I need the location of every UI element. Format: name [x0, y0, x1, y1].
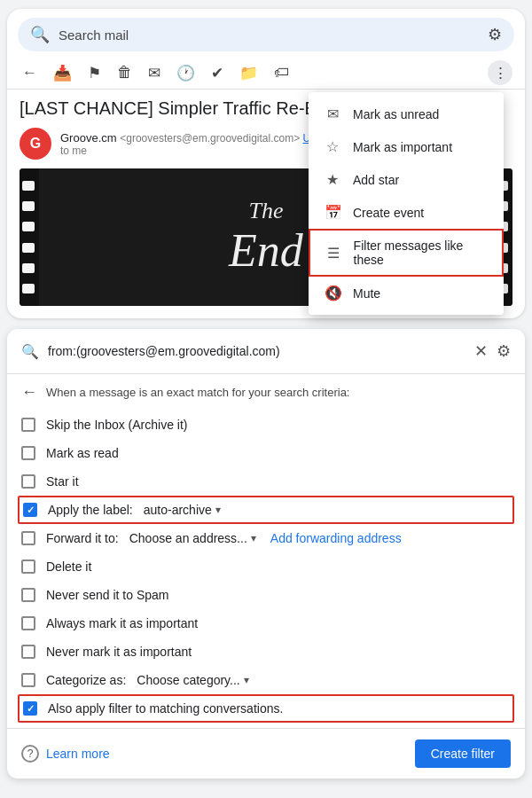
label-star-it: Star it: [46, 474, 79, 489]
filter-icon: ☰: [326, 245, 341, 262]
option-categorize: Categorize as: Choose category... ▾: [21, 666, 511, 694]
category-dropdown-arrow: ▾: [244, 674, 249, 686]
filter-footer: ? Learn more Create filter: [7, 728, 525, 778]
label-select-value: auto-archive: [144, 503, 212, 517]
filter-tune-icon[interactable]: ⚙: [497, 341, 511, 361]
checkbox-mark-read[interactable]: [21, 446, 35, 460]
checkbox-categorize[interactable]: [21, 673, 35, 687]
checkbox-delete-it[interactable]: [21, 559, 35, 574]
folder-icon[interactable]: 📁: [237, 61, 261, 85]
label-icon[interactable]: 🏷: [271, 61, 292, 84]
label-also-apply: Also apply filter to matching conversati…: [48, 701, 283, 716]
filter-close-icon[interactable]: ✕: [474, 341, 488, 361]
checkbox-star-it[interactable]: [21, 474, 35, 489]
label-dropdown-arrow: ▾: [215, 504, 221, 516]
checkbox-apply-label[interactable]: [23, 503, 37, 517]
option-star-it: Star it: [21, 467, 511, 496]
label-categorize: Categorize as:: [46, 673, 126, 687]
calendar-icon: 📅: [325, 204, 340, 221]
label-never-spam: Never send it to Spam: [46, 588, 169, 602]
archive-icon[interactable]: 📥: [51, 61, 74, 85]
label-skip-inbox: Skip the Inbox (Archive it): [46, 418, 188, 432]
option-skip-inbox: Skip the Inbox (Archive it): [21, 411, 511, 439]
filter-options-list: Skip the Inbox (Archive it) Mark as read…: [7, 411, 525, 723]
avatar: G: [20, 128, 51, 160]
email-toolbar: ← 📥 ⚑ 🗑 ✉ 🕐 ✔ 📁 🏷 ⋮ ✉ Mark as unread ☆ M…: [7, 57, 525, 90]
check-icon[interactable]: ✔: [208, 61, 226, 85]
menu-item-add-star[interactable]: ★ Add star: [309, 163, 504, 196]
option-apply-label: Apply the label: auto-archive ▾: [18, 496, 514, 524]
menu-item-create-event[interactable]: 📅 Create event: [309, 196, 504, 229]
checkbox-never-spam[interactable]: [21, 588, 35, 602]
option-never-spam: Never send it to Spam: [21, 581, 511, 609]
checkbox-never-important[interactable]: [21, 645, 35, 659]
filter-query-text: from:(groovesters@em.groovedigital.com): [48, 344, 466, 358]
more-options-button[interactable]: ⋮ ✉ Mark as unread ☆ Mark as important ★…: [488, 60, 512, 85]
label-never-important: Never mark it as important: [46, 645, 192, 659]
criteria-label: When a message is an exact match for you…: [46, 386, 349, 399]
option-also-apply: Also apply filter to matching conversati…: [18, 694, 514, 723]
filter-search-icon: 🔍: [21, 343, 39, 360]
important-icon: ☆: [325, 138, 340, 155]
label-select-dropdown[interactable]: auto-archive ▾: [144, 503, 221, 517]
film-line1: The: [229, 198, 303, 224]
option-delete-it: Delete it: [21, 552, 511, 581]
menu-item-filter-messages[interactable]: ☰ Filter messages like these: [309, 229, 504, 277]
forward-dropdown-arrow: ▾: [251, 532, 256, 544]
mute-icon: 🔇: [325, 285, 340, 301]
create-filter-button[interactable]: Create filter: [415, 739, 511, 768]
email-icon[interactable]: ✉: [145, 61, 163, 85]
label-always-important: Always mark it as important: [46, 616, 198, 630]
forward-address-select[interactable]: Choose an address... ▾: [129, 531, 256, 545]
learn-more-wrap: ? Learn more: [21, 745, 110, 763]
more-icon: ⋮: [493, 64, 508, 82]
email-panel: 🔍 Search mail ⚙ ← 📥 ⚑ 🗑 ✉ 🕐 ✔ 📁 🏷 ⋮ ✉ Ma…: [7, 9, 525, 318]
learn-more-link[interactable]: Learn more: [46, 747, 110, 761]
option-forward-to: Forward it to: Choose an address... ▾ Ad…: [21, 524, 511, 552]
menu-item-mark-unread[interactable]: ✉ Mark as unread: [309, 98, 504, 130]
unread-icon: ✉: [325, 106, 340, 122]
sender-email: <groovesters@em.groovedigital.com>: [120, 132, 302, 145]
forward-placeholder: Choose an address...: [129, 531, 247, 545]
category-select[interactable]: Choose category... ▾: [137, 673, 248, 687]
search-label: Search mail: [59, 27, 479, 43]
filter-search-bar: 🔍 from:(groovesters@em.groovedigital.com…: [7, 329, 525, 374]
film-strip-left: [20, 168, 39, 306]
label-apply-label: Apply the label:: [48, 503, 133, 517]
label-mark-read: Mark as read: [46, 446, 119, 460]
back-row: ← When a message is an exact match for y…: [7, 374, 525, 411]
clock-icon[interactable]: 🕐: [174, 61, 198, 85]
label-forward-to: Forward it to:: [46, 531, 119, 545]
film-line2: End: [229, 224, 303, 277]
film-title: The End: [229, 198, 303, 277]
filter-dialog: 🔍 from:(groovesters@em.groovedigital.com…: [7, 329, 525, 778]
report-icon[interactable]: ⚑: [85, 61, 104, 85]
option-never-important: Never mark it as important: [21, 638, 511, 666]
back-arrow-icon[interactable]: ←: [21, 383, 37, 402]
delete-icon[interactable]: 🗑: [114, 61, 135, 84]
tune-icon[interactable]: ⚙: [488, 25, 502, 44]
checkbox-forward-to[interactable]: [21, 531, 35, 545]
search-bar[interactable]: 🔍 Search mail ⚙: [18, 18, 514, 51]
option-mark-read: Mark as read: [21, 439, 511, 467]
option-always-important: Always mark it as important: [21, 609, 511, 638]
label-delete-it: Delete it: [46, 559, 91, 574]
search-icon: 🔍: [30, 25, 50, 44]
menu-item-mark-important[interactable]: ☆ Mark as important: [309, 130, 504, 163]
add-forwarding-link[interactable]: Add forwarding address: [270, 531, 402, 545]
menu-item-mute[interactable]: 🔇 Mute: [309, 277, 504, 309]
star-icon: ★: [325, 171, 340, 188]
context-menu: ✉ Mark as unread ☆ Mark as important ★ A…: [309, 92, 504, 315]
back-icon[interactable]: ←: [20, 61, 40, 84]
category-placeholder: Choose category...: [137, 673, 239, 687]
help-icon[interactable]: ?: [21, 745, 39, 763]
sender-name: Groove.cm: [60, 131, 117, 145]
checkbox-skip-inbox[interactable]: [21, 418, 35, 432]
checkbox-also-apply[interactable]: [23, 701, 37, 716]
checkbox-always-important[interactable]: [21, 616, 35, 630]
